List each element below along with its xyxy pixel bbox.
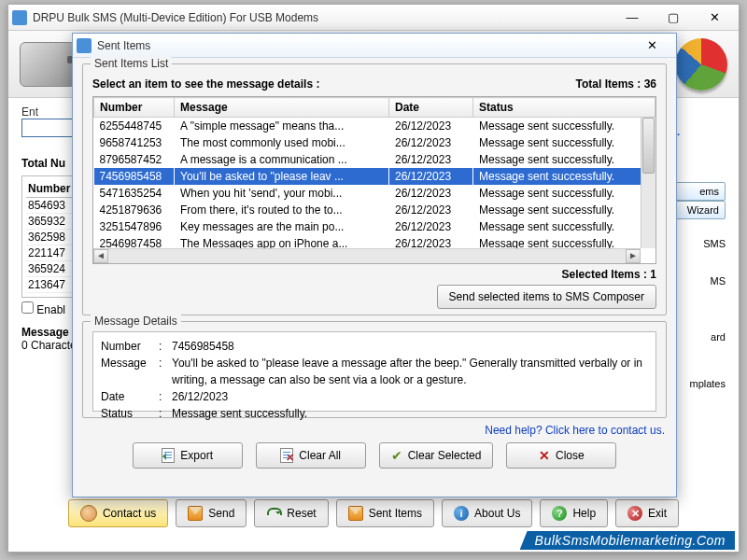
select-hint: Select an item to see the message detail… — [92, 77, 319, 91]
enter-label: Ent — [21, 105, 38, 119]
sent-items-dialog: Sent Items ✕ Sent Items List Select an i… — [72, 33, 677, 497]
bottom-buttons: Contact us Send Reset Sent Items iAbout … — [8, 499, 739, 527]
reset-button[interactable]: Reset — [254, 499, 328, 527]
export-icon — [162, 448, 175, 463]
send-to-composer-button[interactable]: Send selected items to SMS Composer — [437, 285, 656, 309]
close-button[interactable]: ✕ — [694, 7, 735, 29]
list-item[interactable]: 365924 — [26, 261, 77, 277]
check-icon: ✔ — [391, 448, 402, 463]
table-row[interactable]: 8796587452A message is a communication .… — [94, 151, 655, 168]
person-icon — [80, 505, 97, 522]
clear-all-button[interactable]: ✕Clear All — [256, 442, 366, 469]
help-link[interactable]: Need help? Click here to contact us. — [84, 424, 665, 437]
col-message[interactable]: Message — [175, 98, 389, 118]
vertical-scrollbar[interactable] — [641, 118, 655, 248]
clear-selected-button[interactable]: ✔Clear Selected — [379, 442, 494, 469]
info-icon: i — [454, 506, 469, 521]
sent-items-button[interactable]: Sent Items — [336, 499, 434, 527]
message-details-legend: Message Details — [91, 315, 181, 328]
list-item[interactable]: 213647 — [26, 277, 77, 293]
list-item[interactable]: 854693 — [26, 198, 77, 214]
main-titlebar: DRPU Bulk SMS (Multi-Device Edition) For… — [8, 5, 739, 31]
table-row[interactable]: 9658741253The most commonly used mobi...… — [94, 134, 655, 151]
maximize-button[interactable]: ▢ — [653, 7, 694, 29]
main-window: DRPU Bulk SMS (Multi-Device Edition) For… — [7, 4, 740, 553]
col-number[interactable]: Number — [94, 98, 175, 118]
horizontal-scrollbar[interactable]: ◄► — [93, 248, 641, 263]
md-message-label: Message — [101, 355, 155, 388]
reset-icon — [266, 506, 281, 521]
clear-all-icon: ✕ — [280, 448, 293, 463]
dialog-close-button[interactable]: ✕ — [631, 35, 672, 57]
bg-number-header: Number — [26, 180, 77, 198]
list-item[interactable]: 221147 — [26, 245, 77, 261]
help-button[interactable]: ?Help — [540, 499, 608, 527]
table-row[interactable]: 4251879636From there, it's routed to the… — [94, 202, 655, 218]
app-icon — [12, 10, 27, 25]
dialog-icon — [77, 38, 92, 53]
exit-button[interactable]: ✕Exit — [615, 499, 679, 527]
col-status[interactable]: Status — [473, 98, 655, 118]
sent-items-list-group: Sent Items List Select an item to see th… — [82, 63, 667, 315]
pie-chart-icon — [675, 38, 727, 91]
minimize-button[interactable]: — — [612, 7, 653, 29]
watermark: BulkSmsMobilemarketing.Com — [520, 531, 735, 550]
close-dialog-button[interactable]: ✕Close — [506, 442, 616, 469]
close-icon: ✕ — [539, 449, 550, 462]
envelope-icon — [188, 506, 203, 521]
send-button[interactable]: Send — [176, 499, 247, 527]
md-date-label: Date — [101, 388, 155, 405]
table-row[interactable]: 5471635254When you hit 'send', your mobi… — [94, 185, 655, 202]
sent-items-list-legend: Sent Items List — [91, 57, 172, 70]
help-icon: ? — [552, 506, 567, 521]
window-title: DRPU Bulk SMS (Multi-Device Edition) For… — [33, 11, 612, 24]
scroll-left-icon[interactable]: ◄ — [93, 249, 108, 263]
table-row[interactable]: 6255448745A "simple message" means tha..… — [94, 118, 655, 135]
md-date-value: 26/12/2023 — [172, 388, 648, 405]
md-status-label: Status — [101, 405, 155, 422]
bottom-bar: Contact us Send Reset Sent Items iAbout … — [8, 494, 739, 552]
md-number-value: 7456985458 — [172, 338, 648, 355]
total-items: Total Items : 36 — [576, 77, 656, 91]
dialog-title: Sent Items — [97, 39, 631, 52]
md-message-value: You'll be asked to "please leave a messa… — [172, 355, 648, 388]
table-row[interactable]: 3251547896Key messages are the main po..… — [94, 218, 655, 235]
scroll-right-icon[interactable]: ► — [626, 249, 641, 263]
md-status-value: Message sent successfully. — [172, 405, 648, 422]
about-us-button[interactable]: iAbout Us — [442, 499, 532, 527]
table-row[interactable]: 7456985458You'll be asked to "please lea… — [94, 168, 655, 185]
selected-items: Selected Items : 1 — [92, 268, 656, 281]
usb-modem-icon — [20, 42, 76, 87]
col-date[interactable]: Date — [389, 98, 473, 118]
scrollbar-thumb[interactable] — [642, 118, 655, 174]
message-details-body: Number:7456985458 Message:You'll be aske… — [92, 331, 656, 412]
exit-icon: ✕ — [627, 506, 642, 521]
contact-us-button[interactable]: Contact us — [68, 499, 168, 527]
dialog-buttons: Export ✕Clear All ✔Clear Selected ✕Close — [73, 442, 676, 469]
md-number-label: Number — [101, 338, 155, 355]
message-details-group: Message Details Number:7456985458 Messag… — [82, 321, 667, 418]
list-item[interactable]: 365932 — [26, 214, 77, 230]
list-item[interactable]: 362598 — [26, 230, 77, 245]
dialog-titlebar: Sent Items ✕ — [73, 34, 676, 58]
export-button[interactable]: Export — [133, 442, 243, 469]
envelope-icon — [348, 506, 363, 521]
items-table[interactable]: Number Message Date Status 6255448745A "… — [92, 96, 656, 264]
